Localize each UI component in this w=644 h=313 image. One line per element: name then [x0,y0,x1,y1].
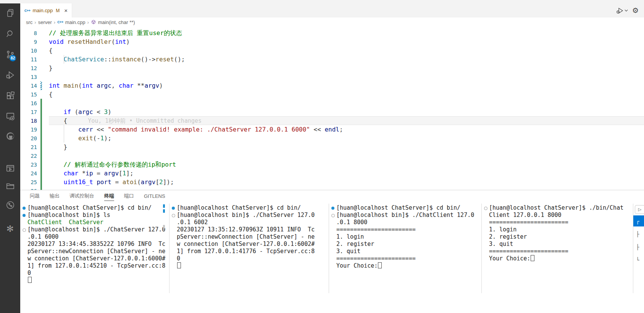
breadcrumb-symbol-main[interactable]: main(int, char **) [98,19,135,25]
line-number: 20 [20,134,37,143]
terminal-line-indent [482,226,489,233]
code-line[interactable]: 19 cerr << "command invalid! example: ./… [20,125,644,134]
terminal-line: 0 [20,270,169,277]
terminal-line: .0.1 6002 [169,219,329,226]
chatgpt-icon[interactable]: ✻ [5,224,15,234]
line-number: 17 [20,108,37,116]
code-line[interactable]: 22 [20,151,644,160]
command-running-dot [20,226,27,233]
project-manager-folder-icon[interactable] [5,181,15,191]
code-line[interactable]: 17 if (argc < 3) [20,108,644,116]
panel-tab-调试控制台[interactable]: 调试控制台 [69,193,94,201]
line-number: 24 [20,169,37,178]
symbol-method-icon [91,19,96,25]
tab-main-cpp[interactable]: C++ main.cpp M × [20,3,72,18]
code-line[interactable]: 14int main(int argc, char **argv) [20,81,644,90]
code-text: uint16_t port = atoi(argv[2]); [49,178,644,186]
search-icon[interactable] [5,29,15,39]
line-number: 16 [20,99,37,108]
code-line[interactable]: 24 char *ip = argv[1]; [20,169,644,178]
gutter-git-marker [37,99,49,108]
terminal-split-sash[interactable] [169,204,169,293]
breadcrumb-server[interactable]: server [38,19,52,25]
terminal-pane-2[interactable]: [huan@localhost ChatServer]$ cd bin/[hua… [169,203,329,313]
terminal-line-indent [169,219,177,226]
gutter-git-marker [37,90,49,99]
code-line[interactable]: 20 exit(-1); [20,134,644,143]
command-running-dot [329,212,336,219]
panel-tab-输出[interactable]: 输出 [50,193,60,201]
line-number: 10 [20,46,37,55]
extensions-icon[interactable] [5,90,15,101]
terminal-line: [huan@localhost bin]$ ls [20,212,169,219]
panel-tab-bar: 问题输出调试控制台终端端口GITLENS [20,190,644,203]
panel-tab-GITLENS[interactable]: GITLENS [144,193,165,201]
line-number: 15 [20,90,37,99]
code-line[interactable]: 26 [20,186,644,190]
terminal-list-item-2[interactable]: ├ [633,228,644,239]
terminal-line-indent [329,255,336,262]
explorer-icon[interactable] [5,8,15,18]
terminal-line: 3. quit [329,248,481,255]
code-text: void resetHandler(int) [49,37,644,46]
terminal-overview-ruler-mark [163,225,165,228]
command-success-dot [169,204,177,212]
github-icon[interactable] [5,131,15,141]
terminal-line-indent [20,233,27,241]
terminal-line: w connection [ChatServer-127.0.0.1:6002# [169,241,329,248]
code-line[interactable]: 18 {You, 1秒钟前 • Uncommitted changes [20,116,644,125]
panel-tab-终端[interactable]: 终端 [104,193,114,201]
terminal-list-item-4[interactable]: └ [633,254,644,265]
run-and-debug-icon[interactable] [5,70,15,80]
terminal-pane-4[interactable]: [huan@localhost ChatServer]$ ./bin/ChatC… [482,203,633,313]
gutter-git-marker [37,116,49,125]
code-line[interactable]: 8// 处理服务器异常退出结束后 重置user的状态 [20,29,644,37]
code-line[interactable]: 21 } [20,143,644,151]
code-line[interactable]: 11 ChatService::instance()->reset(); [20,55,644,64]
code-line[interactable]: 16 [20,99,644,108]
code-text [49,99,644,108]
gear-icon[interactable]: ⚙ [632,7,639,14]
terminal-line: ======================= [329,226,481,233]
code-line[interactable]: 25 uint16_t port = atoi(argv[2]); [20,178,644,186]
terminal-line: .0.1 6000 [20,233,169,241]
code-text: // 解析通过命令行参数传递的ip和port [49,160,644,169]
code-editor[interactable]: 8// 处理服务器异常退出结束后 重置user的状态9void resetHan… [20,27,644,190]
terminal-line: [huan@localhost bin]$ ./ChatServer 127.0 [169,212,329,219]
terminal-line-indent [169,233,177,241]
tab-close-icon[interactable]: × [64,8,68,13]
gutter-git-marker [37,46,49,55]
code-line[interactable]: 23 // 解析通过命令行参数传递的ip和port [20,160,644,169]
terminal-line: 20230127 13:35:12.970963Z 10911 INFO Tc [169,226,329,233]
command-running-dot [482,204,489,212]
gutter-git-marker [37,125,49,134]
panel-tab-问题[interactable]: 问题 [30,193,40,201]
code-line[interactable]: 9void resetHandler(int) [20,37,644,46]
git-graph-icon[interactable] [5,200,15,210]
terminal-pane-1[interactable]: [huan@localhost ChatServer]$ cd bin/[hua… [20,203,169,313]
line-number: 11 [20,55,37,64]
terminal-line-indent [20,270,27,277]
terminal-line-indent [169,226,177,233]
line-number: 22 [20,151,37,160]
terminal-list-item-1[interactable]: ┌ [633,215,644,226]
code-line[interactable]: 15{ [20,90,644,99]
code-line[interactable]: 10{ [20,46,644,55]
command-success-dot [329,204,336,212]
terminal-launch-button[interactable]: ▷ [635,205,644,214]
breadcrumb-src[interactable]: src [26,19,32,25]
live-preview-icon[interactable] [5,163,15,173]
remote-explorer-icon[interactable] [5,111,15,121]
debug-run-button[interactable] [616,7,628,14]
terminal-split-sash[interactable] [329,204,329,293]
code-line[interactable]: 13 [20,72,644,81]
terminal-line-indent [20,248,27,255]
breadcrumb-main-cpp[interactable]: main.cpp [65,19,86,25]
terminal-split-sash[interactable] [481,204,482,293]
panel-tab-端口[interactable]: 端口 [124,193,134,201]
terminal-line-indent [169,262,177,270]
terminal-list-item-3[interactable]: ├ [633,241,644,252]
terminal-pane-3[interactable]: [huan@localhost ChatServer]$ cd bin/[hua… [329,203,481,313]
code-line[interactable]: 12} [20,64,644,72]
terminal-line: 2. register [329,241,481,248]
